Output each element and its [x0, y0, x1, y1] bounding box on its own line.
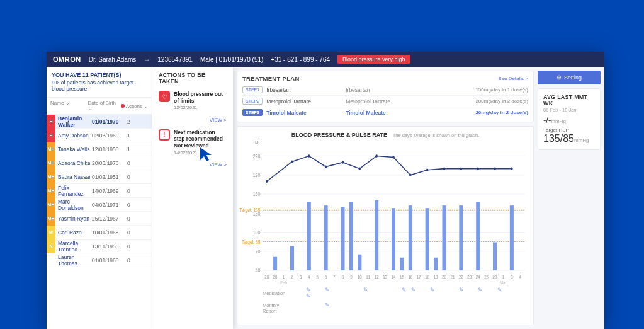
bp-axis-label: BP [255, 139, 262, 145]
col-dob[interactable]: Date of Birth ⌄ [88, 100, 118, 112]
chart-title: BLOOD PRESSURE & PULSE RATE [291, 132, 387, 138]
patient-row[interactable]: MHFelix Fernandez14/07/19690 [47, 184, 152, 198]
svg-text:13: 13 [383, 274, 387, 279]
severity-tag: H [47, 129, 55, 142]
svg-text:8: 8 [342, 274, 344, 279]
patient-row[interactable]: MHBadra Nassar01/02/19510 [47, 170, 152, 184]
logo: OMRON [53, 55, 81, 63]
svg-text:190: 190 [253, 172, 261, 178]
setting-button[interactable]: ⚙ Setting [538, 71, 601, 84]
col-actions[interactable]: Actions ⌄ [121, 100, 148, 112]
severity-tag: M [47, 226, 55, 240]
avg-range: 06 Feb - 18 Jan [543, 107, 595, 113]
action-card-med[interactable]: ! Next medication step recommended Not R… [159, 129, 227, 156]
patient-row[interactable]: HBenjamin Walker01/01/19702 [47, 115, 152, 129]
patient-row[interactable]: NMarcella Trentino13/11/19550 [47, 240, 152, 253]
svg-text:Target: 135: Target: 135 [239, 207, 260, 214]
treatment-plan-card: TREATMENT PLAN See Details > STEP1Irbesa… [237, 71, 534, 122]
svg-text:3: 3 [300, 274, 302, 279]
patient-meta: Male | 01/01/1970 (51) [200, 56, 263, 63]
svg-rect-26 [392, 208, 395, 270]
svg-text:100: 100 [253, 229, 261, 236]
svg-rect-23 [349, 202, 353, 270]
svg-rect-24 [358, 255, 361, 270]
topbar: OMRON Dr. Sarah Adams → 1236547891 Male … [47, 52, 604, 67]
gear-icon: ⚙ [556, 74, 562, 81]
summary-text: 9% of patients has achieved target blood… [52, 79, 147, 92]
svg-text:20: 20 [442, 274, 446, 279]
avg-title: AVG LAST MMT WK [543, 94, 595, 107]
svg-text:Feb: Feb [280, 280, 287, 285]
svg-text:4: 4 [519, 274, 522, 279]
chart-card: BLOOD PRESSURE & PULSE RATE The days ave… [237, 126, 534, 325]
svg-text:12: 12 [375, 274, 379, 279]
view-link-2[interactable]: VIEW > [159, 162, 227, 168]
svg-text:5: 5 [316, 274, 319, 279]
svg-text:1: 1 [502, 274, 505, 279]
action-card-bp[interactable]: ♡ Blood pressure out of limits 12/02/202… [159, 91, 227, 111]
svg-text:6: 6 [325, 274, 327, 279]
patient-row[interactable]: MHYasmin Ryan25/12/19670 [47, 212, 152, 226]
heart-icon: ♡ [159, 91, 170, 102]
svg-text:14: 14 [392, 274, 396, 279]
severity-tag: MH [47, 142, 55, 156]
svg-text:160: 160 [253, 192, 261, 198]
svg-text:10: 10 [358, 274, 362, 279]
svg-text:40: 40 [256, 267, 261, 274]
bp-chart: 4070100130160190220Target: 135Target: 85… [263, 141, 524, 286]
patient-sidebar: YOU HAVE 11 PATIENT(S) 9% of patients ha… [47, 67, 152, 329]
svg-text:70: 70 [256, 248, 261, 255]
patient-row[interactable]: MHMarc Donaldson04/02/19710 [47, 198, 152, 212]
svg-text:4: 4 [308, 274, 310, 279]
arrow-icon: → [144, 56, 150, 63]
svg-rect-34 [493, 243, 497, 270]
svg-text:Target: 85: Target: 85 [242, 239, 260, 245]
svg-text:15: 15 [400, 274, 404, 279]
alert-badge: Blood pressure very high [337, 55, 410, 64]
severity-tag: MH [47, 212, 55, 226]
svg-rect-27 [400, 258, 404, 270]
patient-row[interactable]: MCarl Razo10/01/19680 [47, 226, 152, 240]
svg-rect-20 [307, 202, 311, 270]
svg-rect-21 [324, 205, 328, 270]
svg-rect-19 [290, 246, 294, 270]
svg-text:2: 2 [291, 274, 293, 279]
patient-row[interactable]: Lauren Thomas01/01/19680 [47, 253, 152, 267]
severity-tag: MH [47, 170, 55, 184]
svg-rect-32 [459, 205, 463, 270]
view-link-1[interactable]: VIEW > [159, 117, 227, 123]
svg-rect-35 [510, 205, 514, 270]
svg-rect-29 [426, 208, 429, 270]
svg-text:11: 11 [366, 274, 370, 279]
treatment-step[interactable]: STEP3Timolol MaleateTimolol Maleate20mg/… [242, 107, 528, 118]
alert-icon: ! [159, 129, 170, 141]
svg-text:25: 25 [484, 274, 489, 279]
patient-row[interactable]: HAmy Dobson02/03/19691 [47, 129, 152, 142]
treatment-step[interactable]: STEP2Metoprolol TartrateMetoprolol Tartr… [242, 96, 528, 107]
svg-text:220: 220 [253, 153, 261, 159]
treatment-step[interactable]: STEP1IrbesartanIrbesartan150mg/day in 1 … [242, 84, 528, 96]
svg-text:3: 3 [511, 274, 513, 279]
svg-rect-33 [476, 202, 480, 270]
see-details-link[interactable]: See Details > [498, 76, 528, 81]
actions-title: ACTIONS TO BE TAKEN [159, 72, 227, 84]
svg-text:24: 24 [476, 274, 480, 279]
col-name[interactable]: Name ⌄ [50, 100, 86, 112]
target-hbp-label: Target HBP [543, 127, 595, 133]
avg-card: AVG LAST MMT WK 06 Feb - 18 Jan -/-mmHg … [538, 88, 601, 150]
svg-text:7: 7 [333, 274, 336, 279]
svg-text:17: 17 [417, 274, 421, 279]
severity-tag: MH [47, 184, 55, 198]
svg-text:Mar: Mar [500, 280, 507, 285]
svg-text:16: 16 [408, 274, 412, 279]
chart-subtitle: The days average is shown on the graph. [393, 132, 480, 138]
patient-row[interactable]: MHAdaora Chike20/03/19700 [47, 156, 152, 170]
patient-row[interactable]: MHTanaka Wells12/01/19581 [47, 142, 152, 156]
red-dot-icon [121, 104, 125, 108]
svg-rect-31 [442, 205, 446, 270]
svg-text:28: 28 [264, 274, 269, 279]
severity-tag: H [47, 115, 55, 129]
severity-tag: MH [47, 198, 55, 212]
cursor-icon [199, 146, 213, 163]
severity-tag: N [47, 240, 55, 253]
